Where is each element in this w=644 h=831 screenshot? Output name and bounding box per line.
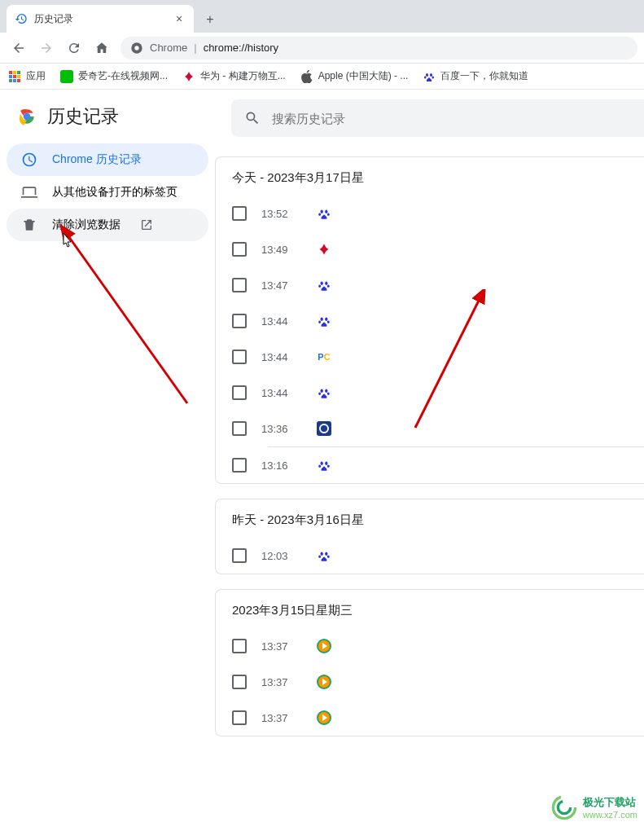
address-path: chrome://history <box>204 42 278 54</box>
site-green-icon <box>317 639 331 653</box>
bookmark-huawei[interactable]: 华为 - 构建万物互... <box>182 69 286 83</box>
site-baidu-icon <box>317 548 331 563</box>
site-baidu-icon <box>317 278 331 292</box>
bookmarks-bar: 应用 爱奇艺-在线视频网... 华为 - 构建万物互... Apple (中国大… <box>0 64 644 90</box>
history-checkbox[interactable] <box>232 675 247 689</box>
bookmark-apple[interactable]: Apple (中国大陆) - ... <box>300 69 409 83</box>
sidebar-item-label: Chrome 历史记录 <box>52 152 142 167</box>
history-row[interactable]: 13:49 <box>216 231 644 267</box>
sidebar: 历史记录 Chrome 历史记录 从其他设备打开的标签页 清除浏览数据 <box>0 90 215 831</box>
site-blue-icon <box>317 421 331 436</box>
sidebar-item-clear-data[interactable]: 清除浏览数据 <box>7 209 208 241</box>
search-bar[interactable] <box>231 99 644 137</box>
forward-button[interactable] <box>34 36 59 60</box>
sidebar-item-label: 清除浏览数据 <box>52 218 120 232</box>
history-row[interactable]: 13:44PC <box>216 339 644 375</box>
bookmark-label: 华为 - 构建万物互... <box>200 69 286 83</box>
history-time: 13:44 <box>261 351 302 363</box>
devices-icon <box>21 184 37 200</box>
home-button[interactable] <box>90 36 114 60</box>
baidu-icon <box>423 70 436 83</box>
site-baidu-icon <box>317 458 331 473</box>
history-row[interactable]: 13:44 <box>216 375 644 411</box>
sidebar-title: 历史记录 <box>47 104 119 129</box>
sidebar-item-label: 从其他设备打开的标签页 <box>52 185 177 200</box>
address-separator: | <box>194 42 196 54</box>
history-checkbox[interactable] <box>232 421 247 436</box>
bookmark-iqiyi[interactable]: 爱奇艺-在线视频网... <box>60 69 168 83</box>
history-time: 13:44 <box>261 315 302 328</box>
svg-rect-9 <box>13 79 16 82</box>
history-group-header: 昨天 - 2023年3月16日星 <box>216 499 644 538</box>
history-row[interactable]: 13:44 <box>216 303 644 339</box>
history-checkbox[interactable] <box>232 242 247 257</box>
sidebar-item-chrome-history[interactable]: Chrome 历史记录 <box>7 143 208 176</box>
history-row[interactable]: 13:37 <box>216 700 644 736</box>
site-green-icon <box>317 675 331 689</box>
address-bar[interactable]: Chrome | chrome://history <box>120 37 637 59</box>
svg-rect-7 <box>17 75 20 78</box>
site-baidu-icon <box>317 314 331 328</box>
chrome-icon <box>130 42 143 55</box>
history-checkbox[interactable] <box>232 314 247 328</box>
reload-button[interactable] <box>62 36 86 60</box>
history-time: 13:37 <box>261 676 302 688</box>
history-row[interactable]: 13:47 <box>216 267 644 303</box>
history-checkbox[interactable] <box>232 206 247 221</box>
watermark: 极光下载站 www.xz7.com <box>550 794 637 821</box>
history-checkbox[interactable] <box>232 278 247 292</box>
search-icon <box>244 110 261 126</box>
browser-tab[interactable]: 历史记录 × <box>7 5 194 33</box>
site-green-icon <box>317 710 331 725</box>
bookmark-label: 百度一下，你就知道 <box>440 69 528 83</box>
history-checkbox[interactable] <box>232 458 247 473</box>
new-tab-button[interactable]: + <box>199 8 221 31</box>
close-tab-icon[interactable]: × <box>173 12 186 25</box>
bookmark-label: 爱奇艺-在线视频网... <box>78 69 168 83</box>
site-huawei-icon <box>317 242 331 257</box>
history-row[interactable]: 13:36 <box>216 411 644 446</box>
history-time: 12:03 <box>261 550 302 562</box>
history-icon <box>15 12 28 25</box>
svg-point-25 <box>558 801 570 813</box>
bookmark-apps[interactable]: 应用 <box>8 69 46 83</box>
tab-bar: 历史记录 × + <box>0 0 644 33</box>
history-checkbox[interactable] <box>232 548 247 563</box>
browser-toolbar: Chrome | chrome://history <box>0 33 644 64</box>
history-row[interactable]: 13:37 <box>216 628 644 664</box>
svg-point-24 <box>553 796 575 818</box>
svg-rect-6 <box>13 75 16 78</box>
svg-rect-10 <box>17 79 20 82</box>
history-time: 13:47 <box>261 279 302 292</box>
history-time: 13:16 <box>261 459 302 472</box>
address-prefix: Chrome <box>150 42 187 54</box>
history-time: 13:37 <box>261 640 302 653</box>
history-row[interactable]: 13:37 <box>216 664 644 700</box>
search-input[interactable] <box>272 112 631 125</box>
history-row[interactable]: 13:16 <box>216 447 644 483</box>
history-group-card: 2023年3月15日星期三13:3713:3713:37 <box>215 589 644 736</box>
site-pc-icon: PC <box>317 350 331 364</box>
clock-icon <box>21 152 37 168</box>
history-row[interactable]: 13:52 <box>216 196 644 231</box>
svg-rect-3 <box>13 71 16 74</box>
history-checkbox[interactable] <box>232 350 247 364</box>
back-button[interactable] <box>7 36 31 60</box>
sidebar-item-other-devices[interactable]: 从其他设备打开的标签页 <box>7 176 208 209</box>
iqiyi-icon <box>60 70 73 83</box>
history-row[interactable]: 12:03 <box>216 538 644 574</box>
bookmark-baidu[interactable]: 百度一下，你就知道 <box>423 69 528 83</box>
history-checkbox[interactable] <box>232 710 247 725</box>
svg-rect-5 <box>9 75 12 78</box>
external-link-icon <box>138 217 155 233</box>
history-checkbox[interactable] <box>232 639 247 653</box>
site-baidu-icon <box>317 385 331 400</box>
watermark-title: 极光下载站 <box>583 795 637 810</box>
svg-rect-2 <box>9 71 12 74</box>
main-area: 历史记录 Chrome 历史记录 从其他设备打开的标签页 清除浏览数据 <box>0 90 644 831</box>
history-time: 13:49 <box>261 244 302 256</box>
svg-rect-8 <box>9 79 12 82</box>
trash-icon <box>21 217 37 233</box>
history-checkbox[interactable] <box>232 385 247 400</box>
bookmark-label: 应用 <box>26 69 46 83</box>
